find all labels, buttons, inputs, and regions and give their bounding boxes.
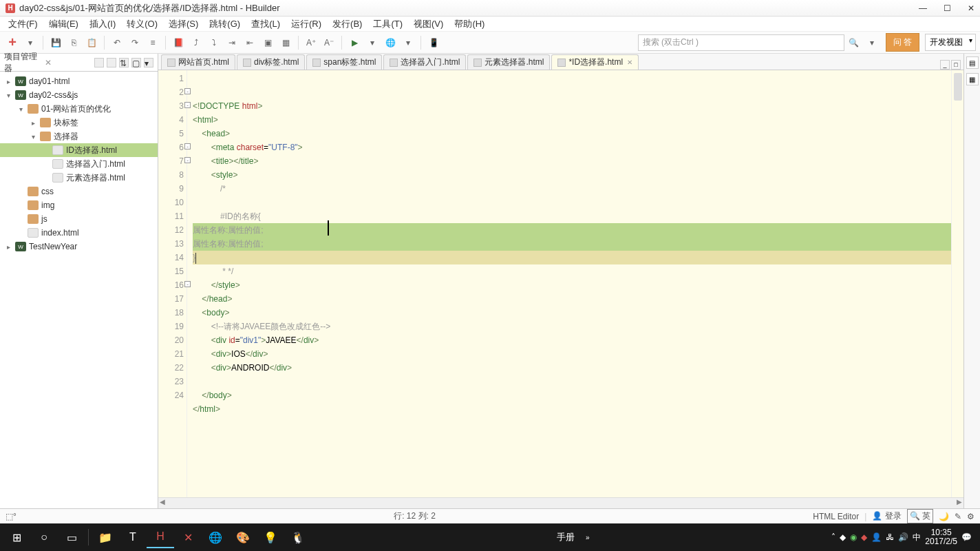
tray-up-icon[interactable]: ˄ — [831, 532, 835, 542]
editor-tab[interactable]: div标签.html — [237, 54, 305, 70]
tree-item[interactable]: 01-网站首页的优化 — [0, 102, 158, 116]
paint-icon[interactable]: 🎨 — [229, 526, 257, 548]
save-button[interactable]: 💾 — [47, 34, 64, 51]
menu-item[interactable]: 文件(F) — [4, 17, 42, 32]
editor-tab[interactable]: 网站首页.html — [161, 54, 235, 70]
new-dropdown[interactable]: ▾ — [22, 34, 39, 51]
editor-tab[interactable]: span标签.html — [306, 54, 382, 70]
run-dropdown[interactable]: ▾ — [364, 34, 381, 51]
tree-item[interactable]: 选择器 — [0, 129, 158, 143]
tree-item[interactable]: ID选择器.html — [0, 143, 158, 157]
edit-icon[interactable]: ✎ — [955, 512, 961, 521]
menu-item[interactable]: 工具(T) — [369, 17, 407, 32]
more-icon[interactable]: » — [586, 534, 590, 541]
menu-item[interactable]: 查找(L) — [247, 17, 284, 32]
code-line[interactable]: <!--请将JAVAEE颜色改成红色--> — [193, 320, 951, 333]
browser-button[interactable]: 🌐 — [382, 34, 398, 51]
tree-item[interactable]: css — [0, 185, 158, 198]
save-all-button[interactable]: ⎘ — [65, 34, 82, 51]
search-dropdown[interactable]: ▾ — [864, 34, 880, 51]
browser-dropdown[interactable]: ▾ — [400, 34, 416, 51]
structure-icon[interactable]: ▦ — [966, 73, 979, 85]
code-line[interactable]: <style> — [193, 168, 951, 182]
qq-icon[interactable]: 🐧 — [284, 526, 312, 548]
code-line[interactable] — [193, 196, 951, 209]
step-into-button[interactable]: ⇥ — [224, 34, 240, 51]
menu-item[interactable]: 跳转(G) — [205, 17, 244, 32]
code-line[interactable]: } — [193, 251, 951, 264]
code-line[interactable]: * */ — [193, 264, 951, 278]
tree-item[interactable]: 元素选择器.html — [0, 171, 158, 185]
format-button[interactable]: ≡ — [145, 34, 161, 51]
undo-button[interactable]: ↶ — [109, 34, 125, 51]
menu-item[interactable]: 插入(I) — [85, 17, 120, 32]
code-line[interactable]: <div>ANDROID</div> — [193, 361, 951, 375]
tree-item[interactable]: Wday02-css&js — [0, 88, 158, 102]
app-x-icon[interactable]: ✕ — [174, 526, 202, 548]
settings-icon[interactable]: ⚙ — [967, 512, 974, 521]
chrome-icon[interactable]: 🌐 — [202, 526, 229, 548]
clock[interactable]: 10:35 2017/2/5 — [925, 528, 957, 546]
code-line[interactable]: 属性名称:属性的值; — [193, 237, 951, 251]
sidebar-menu-icon[interactable]: ▾ — [144, 58, 153, 67]
redo-button[interactable]: ↷ — [127, 34, 143, 51]
new-button[interactable]: + — [4, 34, 21, 51]
overview-ruler[interactable] — [951, 70, 963, 497]
font-decrease-button[interactable]: A⁻ — [321, 34, 337, 51]
preview-button[interactable]: ▦ — [277, 34, 294, 51]
code-line[interactable]: 属性名称:属性的值; — [193, 223, 951, 237]
code-line[interactable] — [193, 375, 951, 388]
code-line[interactable]: #ID的名称{ — [193, 209, 951, 223]
dev-view-select[interactable]: 开发视图 — [925, 34, 976, 51]
menu-item[interactable]: 帮助(H) — [450, 17, 489, 32]
code-line[interactable]: </style> — [193, 278, 951, 292]
moon-icon[interactable]: 🌙 — [939, 512, 949, 521]
menu-item[interactable]: 视图(V) — [409, 17, 447, 32]
paste-button[interactable]: 📋 — [83, 34, 100, 51]
tree-item[interactable]: 块标签 — [0, 116, 158, 129]
qa-button[interactable]: 问 答 — [886, 33, 919, 52]
text-icon[interactable]: T — [119, 526, 147, 548]
sidebar-close-icon[interactable]: ✕ — [45, 58, 52, 67]
search-icon[interactable]: 🔍 — [846, 34, 862, 51]
tree-item[interactable]: img — [0, 198, 158, 212]
code-line[interactable] — [193, 416, 951, 430]
code-line[interactable]: <meta charset="UTF-8"> — [193, 141, 951, 154]
code-line[interactable]: <!DOCTYPE html> — [193, 99, 951, 113]
outline-icon[interactable]: ▤ — [966, 56, 979, 69]
help-icon[interactable]: 💡 — [257, 526, 284, 548]
code-line[interactable]: <div>IOS</div> — [193, 347, 951, 361]
code-line[interactable]: </head> — [193, 292, 951, 306]
code-line[interactable]: <title></title> — [193, 154, 951, 168]
minimize-button[interactable]: — — [919, 3, 927, 13]
code-line[interactable]: </html> — [193, 402, 951, 416]
editor-min-icon[interactable]: _ — [940, 60, 950, 70]
volume-icon[interactable]: 🔊 — [898, 532, 908, 542]
explorer-icon[interactable]: 📁 — [92, 526, 119, 548]
tree-item[interactable]: WTestNewYear — [0, 240, 158, 253]
ime-indicator[interactable]: 🔍 英 — [907, 509, 933, 523]
menu-item[interactable]: 编辑(E) — [45, 17, 83, 32]
tray-app-2[interactable]: ◉ — [850, 532, 857, 542]
tray-user-icon[interactable]: 👤 — [871, 532, 882, 542]
tree-item[interactable]: js — [0, 212, 158, 226]
menu-item[interactable]: 选择(S) — [164, 17, 202, 32]
code-line[interactable]: <div id="div1">JAVAEE</div> — [193, 333, 951, 347]
editor-tab[interactable]: 选择器入门.html — [383, 54, 466, 70]
sidebar-tool-4[interactable]: ▢ — [131, 58, 141, 67]
code-line[interactable]: <head> — [193, 127, 951, 141]
menu-item[interactable]: 运行(R) — [287, 17, 326, 32]
tree-item[interactable]: 选择器入门.html — [0, 157, 158, 171]
editor-tab[interactable]: 元素选择器.html — [467, 54, 550, 70]
maximize-button[interactable]: ☐ — [944, 3, 951, 13]
sidebar-tool-2[interactable] — [107, 58, 116, 67]
start-button[interactable]: ⊞ — [3, 526, 30, 548]
file-tree[interactable]: Wday01-htmlWday02-css&js01-网站首页的优化块标签选择器… — [0, 72, 158, 508]
menu-item[interactable]: 发行(B) — [328, 17, 366, 32]
ime-icon[interactable]: 中 — [913, 532, 921, 543]
sidebar-tool-3[interactable]: ⇅ — [119, 58, 129, 67]
font-increase-button[interactable]: A⁺ — [303, 34, 319, 51]
close-button[interactable]: ✕ — [968, 3, 974, 13]
tree-item[interactable]: index.html — [0, 226, 158, 240]
network-icon[interactable]: 🖧 — [886, 532, 894, 542]
